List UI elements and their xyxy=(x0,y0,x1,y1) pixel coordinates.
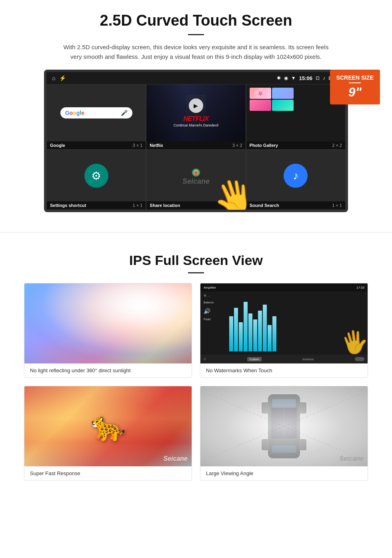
amp-statusbar: Amplifier 17:33 xyxy=(200,283,368,291)
google-label-name: Google xyxy=(50,143,65,148)
settings-icon: ⚙ xyxy=(84,164,108,188)
netflix-label-row: Netflix 3 × 2 xyxy=(146,141,245,149)
car-top-image: Seicane xyxy=(200,386,368,466)
feature-card-sunlight: No light reflecting under 360° direct su… xyxy=(24,283,192,378)
cheetah-icon: 🐆 xyxy=(91,410,126,443)
feature-card-watermark: Amplifier 17:33 ⚙ ... Balance 🔊 Fader xyxy=(200,283,368,378)
netflix-subtitle: Continue Marvel's Daredevil xyxy=(174,123,218,127)
settings-app-content: ⚙ xyxy=(47,150,146,201)
amp-custom-button[interactable]: Custom xyxy=(247,357,262,361)
sky-image xyxy=(24,283,192,363)
share-label-name: Share location xyxy=(150,203,180,208)
google-search-bar: Google 🎤 xyxy=(60,107,132,118)
google-app-cell[interactable]: Google 🎤 Google 3 × 1 xyxy=(46,84,146,150)
status-bar: ⌂ ⚡ ✱ ◉ ▼ 15:06 ⊡ ♪ ⊠ ▭ xyxy=(46,72,346,84)
badge-title: Screen Size xyxy=(336,74,374,81)
google-label-row: Google 3 × 1 xyxy=(47,141,146,149)
sound-label-row: Sound Search 1 × 1 xyxy=(246,201,345,209)
sound-search-icon: ♪ xyxy=(284,164,308,188)
gmaps-icon xyxy=(188,166,204,186)
google-label-size: 3 × 1 xyxy=(133,143,143,148)
settings-label-row: Settings shortcut 1 × 1 xyxy=(47,201,146,209)
sound-label-size: 1 × 1 xyxy=(332,203,342,208)
amp-hand-icon: 🖐 xyxy=(339,327,368,357)
cheetah-seicane-watermark: Seicane xyxy=(164,455,188,462)
gallery-label-size: 2 × 2 xyxy=(332,143,342,148)
sound-search-app-cell[interactable]: ♪ Sound Search 1 × 1 xyxy=(246,150,346,210)
feature-caption-angle: Large Viewing Angle xyxy=(200,466,368,480)
google-logo: Google xyxy=(65,110,84,116)
badge-size: 9" xyxy=(336,85,374,100)
usb-icon: ⚡ xyxy=(59,75,66,81)
device-mockup: Screen Size 9" ⌂ ⚡ ✱ ◉ ▼ 15:06 ⊡ ♪ ⊠ xyxy=(44,70,348,212)
title-divider xyxy=(188,34,204,35)
cheetah-image: 🐆 Seicane xyxy=(24,386,192,466)
amp-title: Amplifier xyxy=(204,286,216,289)
netflix-logo: NETFLIX xyxy=(174,115,218,122)
section-divider xyxy=(0,232,392,233)
settings-label-name: Settings shortcut xyxy=(50,203,86,208)
gallery-label-row: Photo Gallery 2 × 2 xyxy=(246,141,345,149)
app-grid: Google 🎤 Google 3 × 1 xyxy=(46,84,346,210)
wifi-icon: ▼ xyxy=(291,75,296,81)
amp-bottom-bar: ⟨⟨ Custom loudness xyxy=(200,355,368,363)
netflix-label-name: Netflix xyxy=(150,143,163,148)
share-location-app-cell[interactable]: 🖐 Share location 1 × 1 xyxy=(146,150,246,210)
netflix-label-size: 3 × 2 xyxy=(232,143,242,148)
share-location-content: 🖐 xyxy=(146,150,245,201)
google-app-content: Google 🎤 xyxy=(47,84,146,141)
badge-divider xyxy=(349,82,361,83)
section2-title: IPS Full Screen View xyxy=(24,253,368,268)
settings-label-size: 1 × 1 xyxy=(133,203,143,208)
feature-caption-speed: Super Fast Response xyxy=(24,466,192,480)
home-icon: ⌂ xyxy=(52,75,55,81)
svg-line-13 xyxy=(284,394,360,426)
section1-title: 2.5D Curved Touch Screen xyxy=(24,12,368,29)
sound-search-content: ♪ xyxy=(246,150,345,201)
bluetooth-icon: ✱ xyxy=(277,75,281,81)
netflix-content: ▶ NETFLIX Continue Marvel's Daredevil xyxy=(174,98,218,127)
angle-lines-svg xyxy=(200,386,368,466)
amp-nav-prev: ⟨⟨ xyxy=(204,357,206,361)
svg-line-12 xyxy=(208,394,284,426)
netflix-app-content: ▶ NETFLIX Continue Marvel's Daredevil xyxy=(146,84,245,141)
feature-card-angle: Seicane Large Viewing Angle xyxy=(200,386,368,481)
location-icon: ◉ xyxy=(284,75,288,81)
svg-line-15 xyxy=(284,426,360,458)
feature-grid: No light reflecting under 360° direct su… xyxy=(24,283,368,481)
svg-line-14 xyxy=(208,426,284,458)
ips-section: IPS Full Screen View No light reflecting… xyxy=(0,245,392,493)
amp-toggle[interactable] xyxy=(355,357,364,361)
mic-icon: 🎤 xyxy=(121,110,128,116)
amp-time: 17:33 xyxy=(356,286,364,289)
status-time: 15:06 xyxy=(299,75,312,81)
section1-description: With 2.5D curved-display screen, this de… xyxy=(60,42,332,62)
hand-pointing-icon: 🖐 xyxy=(210,177,257,212)
curved-touch-section: 2.5D Curved Touch Screen With 2.5D curve… xyxy=(0,0,392,220)
device-screen: ⌂ ⚡ ✱ ◉ ▼ 15:06 ⊡ ♪ ⊠ ▭ xyxy=(44,70,348,212)
feature-card-speed: 🐆 Seicane Super Fast Response xyxy=(24,386,192,481)
camera-icon: ⊡ xyxy=(316,75,320,81)
volume-icon: ♪ xyxy=(323,75,325,81)
netflix-app-cell[interactable]: ▶ NETFLIX Continue Marvel's Daredevil Ne… xyxy=(146,84,246,150)
status-bar-left: ⌂ ⚡ xyxy=(52,75,66,81)
feature-caption-watermark: No Watermarks When Touch xyxy=(200,363,368,377)
play-button[interactable]: ▶ xyxy=(189,98,203,113)
feature-caption-sunlight: No light reflecting under 360° direct su… xyxy=(24,363,192,377)
car-seicane-watermark: Seicane xyxy=(340,455,364,462)
amp-loudness-label: loudness xyxy=(302,358,314,361)
settings-app-cell[interactable]: ⚙ Settings shortcut 1 × 1 xyxy=(46,150,146,210)
amplifier-image: Amplifier 17:33 ⚙ ... Balance 🔊 Fader xyxy=(200,283,368,363)
section2-divider xyxy=(188,272,204,273)
screen-size-badge: Screen Size 9" xyxy=(330,70,380,104)
gallery-label-name: Photo Gallery xyxy=(250,143,278,148)
